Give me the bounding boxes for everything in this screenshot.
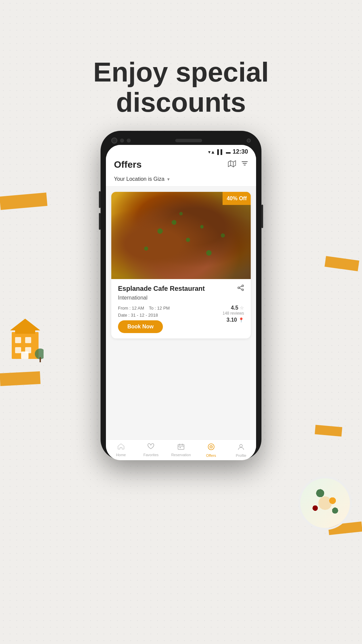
offers-icon [207,443,215,452]
card-name-row: Esplanade Cafe Restaurant [118,284,244,293]
building-illustration [7,315,44,362]
app-title: Offers [114,159,141,170]
svg-rect-4 [25,337,31,343]
nav-label-home: Home [116,453,126,457]
date-info: Date : 31 - 12 - 2018 [118,312,170,319]
location-selector[interactable]: Your Location is Giza ▾ [114,176,248,182]
svg-line-18 [240,286,242,287]
time-date-section: From : 12 AM To : 12 PM Date : 31 - 12 -… [118,305,170,333]
nav-item-reservation[interactable]: Reservation [169,443,193,458]
heart-icon [147,443,155,451]
front-camera [111,138,117,144]
home-icon [117,443,125,451]
cuisine-type: International [118,295,244,301]
time-from: From : 12 AM [118,306,144,311]
nav-item-profile[interactable]: Profile [229,443,253,458]
location-text: Your Location is Giza [114,176,165,182]
status-bar: ▾▲ ▌▌ ▬ 12:30 [106,145,256,157]
rating-distance-section: 4.5 ☆ 148 reviews 3.10 📍 [223,305,244,323]
decoration-rect-3 [0,371,41,386]
profile-icon [237,443,245,452]
app-header: Offers [106,157,256,173]
volume-down-button [99,213,101,230]
headline-text: Enjoy special discounts [64,57,298,117]
card-content: Esplanade Cafe Restaurant [111,279,251,338]
filter-icon[interactable] [241,160,248,169]
nav-item-favorites[interactable]: Favorites [139,443,163,458]
nav-label-reservation: Reservation [171,453,191,457]
svg-rect-3 [15,337,21,343]
time-to: To : 12 PM [149,306,170,311]
restaurant-name: Esplanade Cafe Restaurant [118,285,205,292]
wifi-icon: ▾▲ [208,149,215,155]
battery-icon: ▬ [226,149,231,155]
svg-point-28 [240,444,242,447]
camera-area [111,138,131,144]
reviews-count: 148 reviews [223,311,244,316]
time-info: From : 12 AM To : 12 PM [118,305,170,312]
phone-mockup: ▾▲ ▌▌ ▬ 12:30 Offers [101,131,261,460]
front-camera-2 [247,139,251,143]
svg-point-16 [238,287,240,289]
svg-rect-5 [15,347,21,353]
header-icons [228,160,248,169]
salad-inner [300,478,350,528]
share-icon[interactable] [237,284,244,293]
location-pin-icon: 📍 [238,317,244,323]
svg-point-27 [210,446,212,447]
nav-item-home[interactable]: Home [109,443,133,458]
volume-up-button [99,191,101,208]
decoration-rect-1 [0,193,47,210]
offer-card: 40% Off Esplanade Cafe Restaurant [111,192,251,338]
distance-value: 3.10 📍 [223,317,244,323]
offers-scroll-area: 40% Off Esplanade Cafe Restaurant [106,186,256,439]
speaker [175,139,202,142]
phone-frame: ▾▲ ▌▌ ▬ 12:30 Offers [101,131,261,460]
salad-decoration [298,476,352,530]
map-icon[interactable] [228,160,236,169]
svg-rect-7 [21,352,28,359]
signal-icon: ▌▌ [217,149,224,155]
card-details-row: From : 12 AM To : 12 PM Date : 31 - 12 -… [118,305,244,333]
nav-label-favorites: Favorites [143,453,159,457]
nav-label-profile: Profile [236,453,246,458]
power-button [261,205,263,228]
location-bar[interactable]: Your Location is Giza ▾ [106,173,256,186]
svg-point-15 [242,285,244,287]
discount-badge: 40% Off [223,192,251,205]
sensor-dot-2 [127,139,131,143]
sensor-dot [120,139,124,143]
decoration-rect-4 [315,425,342,437]
phone-screen: ▾▲ ▌▌ ▬ 12:30 Offers [106,145,256,460]
nav-item-offers[interactable]: Offers [199,443,223,458]
svg-line-19 [240,288,242,289]
rating-value: 4.5 ☆ [223,305,244,311]
phone-top-bar [106,136,256,145]
headline-section: Enjoy special discounts [64,57,298,117]
star-icon: ☆ [240,305,244,311]
svg-rect-20 [178,444,184,449]
card-image-wrapper: 40% Off [111,192,251,279]
nav-label-offers: Offers [206,453,216,458]
status-icons: ▾▲ ▌▌ ▬ 12:30 [208,148,248,155]
decoration-rect-2 [324,256,359,271]
status-time: 12:30 [233,148,248,155]
svg-marker-2 [10,319,40,330]
svg-rect-9 [40,357,41,362]
bottom-navigation: Home Favorites [106,439,256,460]
book-now-button[interactable]: Book Now [118,320,163,333]
calendar-icon [177,443,185,451]
dropdown-arrow-icon: ▾ [167,176,170,182]
svg-rect-24 [180,447,181,448]
svg-point-17 [242,289,244,291]
